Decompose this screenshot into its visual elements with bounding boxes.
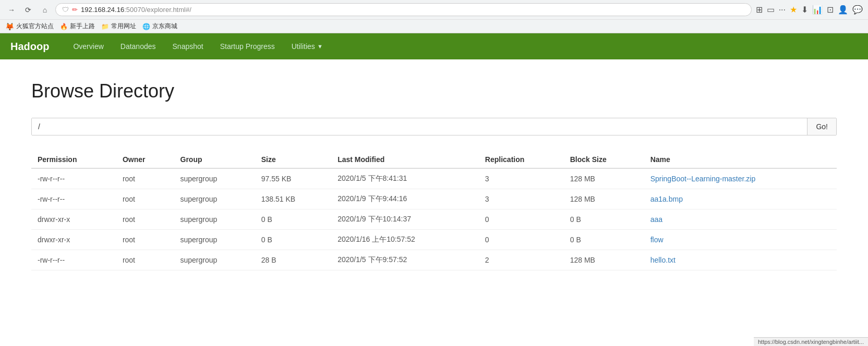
file-link[interactable]: SpringBoot--Learning-master.zip bbox=[650, 175, 756, 183]
bookmark-label: 新手上路 bbox=[70, 22, 95, 31]
cell-block-size: 0 B bbox=[564, 209, 644, 230]
path-input[interactable] bbox=[32, 118, 807, 135]
cell-owner: root bbox=[116, 230, 174, 250]
download-icon[interactable]: ⬇ bbox=[801, 5, 808, 15]
cell-name[interactable]: aaa bbox=[644, 209, 837, 230]
file-link[interactable]: flow bbox=[650, 236, 664, 244]
cell-name[interactable]: hello.txt bbox=[644, 250, 837, 270]
cell-permission: -rw-r--r-- bbox=[31, 189, 116, 209]
chat-icon[interactable]: 💬 bbox=[852, 5, 863, 15]
toolbar-right: ⊞ ▭ ··· ★ ⬇ 📊 ⊡ 👤 💬 bbox=[756, 5, 863, 15]
back-button[interactable]: → bbox=[5, 4, 18, 16]
cell-permission: -rw-r--r-- bbox=[31, 250, 116, 270]
cell-last-modified: 2020/1/5 下午9:57:52 bbox=[331, 250, 479, 270]
col-permission: Permission bbox=[31, 151, 116, 168]
cell-name[interactable]: SpringBoot--Learning-master.zip bbox=[644, 168, 837, 189]
col-replication: Replication bbox=[479, 151, 564, 168]
main-navbar: Hadoop Overview Datanodes Snapshot Start… bbox=[0, 33, 868, 59]
cell-owner: root bbox=[116, 250, 174, 270]
nav-startup-progress[interactable]: Startup Progress bbox=[212, 35, 283, 58]
account-icon[interactable]: 👤 bbox=[838, 5, 848, 15]
bookmarks-bar: 🦊 火狐官方站点 🔥 新手上路 📁 常用网址 🌐 京东商城 bbox=[0, 19, 868, 33]
navbar-links: Overview Datanodes Snapshot Startup Prog… bbox=[65, 35, 331, 58]
cell-last-modified: 2020/1/9 下午10:14:37 bbox=[331, 209, 479, 230]
browser-toolbar: → ⟳ ⌂ 🛡 ✏ 192.168.24.16:50070/explorer.h… bbox=[0, 0, 868, 19]
nav-overview[interactable]: Overview bbox=[65, 35, 112, 58]
bookmark-label: 火狐官方站点 bbox=[16, 22, 54, 31]
cell-owner: root bbox=[116, 189, 174, 209]
collection-icon[interactable]: 📊 bbox=[812, 5, 823, 15]
url-path: :50070/explorer.html#/ bbox=[124, 6, 191, 14]
bookmark-jd[interactable]: 🌐 京东商城 bbox=[142, 22, 177, 31]
cell-size: 28 B bbox=[255, 250, 331, 270]
cell-size: 0 B bbox=[255, 209, 331, 230]
bookmark-firefox[interactable]: 🦊 火狐官方站点 bbox=[5, 22, 54, 31]
cell-replication: 0 bbox=[479, 230, 564, 250]
cell-group: supergroup bbox=[174, 230, 255, 250]
edit-icon: ✏ bbox=[72, 6, 78, 14]
table-row: -rw-r--r-- root supergroup 28 B 2020/1/5… bbox=[31, 250, 837, 270]
table-row: -rw-r--r-- root supergroup 97.55 KB 2020… bbox=[31, 168, 837, 189]
nav-snapshot[interactable]: Snapshot bbox=[164, 35, 212, 58]
cell-group: supergroup bbox=[174, 209, 255, 230]
bookmark-label: 京东商城 bbox=[152, 22, 177, 31]
cell-size: 97.55 KB bbox=[255, 168, 331, 189]
table-header: Permission Owner Group Size Last Modifie… bbox=[31, 151, 837, 168]
cell-block-size: 128 MB bbox=[564, 250, 644, 270]
bookmark-common[interactable]: 📁 常用网址 bbox=[101, 22, 136, 31]
qr-icon[interactable]: ⊞ bbox=[756, 5, 763, 15]
col-group: Group bbox=[174, 151, 255, 168]
utilities-label: Utilities bbox=[292, 42, 315, 51]
file-link[interactable]: aaa bbox=[650, 215, 662, 224]
table-row: drwxr-xr-x root supergroup 0 B 2020/1/9 … bbox=[31, 209, 837, 230]
dropdown-caret-icon: ▼ bbox=[317, 43, 323, 50]
cell-name[interactable]: flow bbox=[644, 230, 837, 250]
page-title: Browse Directory bbox=[31, 80, 837, 102]
cell-block-size: 128 MB bbox=[564, 189, 644, 209]
col-size: Size bbox=[255, 151, 331, 168]
cell-permission: -rw-r--r-- bbox=[31, 168, 116, 189]
col-block-size: Block Size bbox=[564, 151, 644, 168]
nav-datanodes[interactable]: Datanodes bbox=[112, 35, 164, 58]
cell-name[interactable]: aa1a.bmp bbox=[644, 189, 837, 209]
cell-group: supergroup bbox=[174, 168, 255, 189]
cell-last-modified: 2020/1/9 下午9:44:16 bbox=[331, 189, 479, 209]
cell-permission: drwxr-xr-x bbox=[31, 230, 116, 250]
col-name: Name bbox=[644, 151, 837, 168]
address-bar[interactable]: 🛡 ✏ 192.168.24.16:50070/explorer.html#/ bbox=[55, 3, 752, 16]
cell-owner: root bbox=[116, 168, 174, 189]
cell-block-size: 128 MB bbox=[564, 168, 644, 189]
go-button[interactable]: Go! bbox=[807, 118, 836, 135]
navbar-brand[interactable]: Hadoop bbox=[10, 41, 49, 53]
layout-icon[interactable]: ⊡ bbox=[827, 5, 834, 15]
home-button[interactable]: ⌂ bbox=[39, 4, 51, 16]
bookmark-star-icon[interactable]: ★ bbox=[790, 5, 797, 15]
cell-last-modified: 2020/1/16 上午10:57:52 bbox=[331, 230, 479, 250]
main-content: Browse Directory Go! Permission Owner Gr… bbox=[0, 59, 868, 291]
table-row: -rw-r--r-- root supergroup 138.51 KB 202… bbox=[31, 189, 837, 209]
cell-replication: 0 bbox=[479, 209, 564, 230]
cell-replication: 2 bbox=[479, 250, 564, 270]
cell-size: 138.51 KB bbox=[255, 189, 331, 209]
firefox-icon: 🦊 bbox=[5, 22, 14, 31]
path-form: Go! bbox=[31, 118, 837, 135]
cell-replication: 3 bbox=[479, 189, 564, 209]
cell-size: 0 B bbox=[255, 230, 331, 250]
file-link[interactable]: hello.txt bbox=[650, 256, 676, 264]
tab-icon[interactable]: ▭ bbox=[767, 5, 775, 15]
shield-icon: 🛡 bbox=[62, 6, 69, 14]
file-table: Permission Owner Group Size Last Modifie… bbox=[31, 151, 837, 270]
menu-icon[interactable]: ··· bbox=[779, 5, 786, 15]
cell-group: supergroup bbox=[174, 189, 255, 209]
reload-button[interactable]: ⟳ bbox=[22, 4, 34, 16]
file-link[interactable]: aa1a.bmp bbox=[650, 195, 683, 203]
cell-replication: 3 bbox=[479, 168, 564, 189]
cell-permission: drwxr-xr-x bbox=[31, 209, 116, 230]
cell-last-modified: 2020/1/5 下午8:41:31 bbox=[331, 168, 479, 189]
bookmark-newuser[interactable]: 🔥 新手上路 bbox=[60, 22, 95, 31]
address-text: 192.168.24.16:50070/explorer.html#/ bbox=[81, 6, 745, 14]
nav-utilities[interactable]: Utilities ▼ bbox=[283, 35, 331, 58]
browser-chrome: → ⟳ ⌂ 🛡 ✏ 192.168.24.16:50070/explorer.h… bbox=[0, 0, 868, 33]
cell-block-size: 0 B bbox=[564, 230, 644, 250]
url-domain: 192.168.24.16 bbox=[81, 6, 124, 14]
